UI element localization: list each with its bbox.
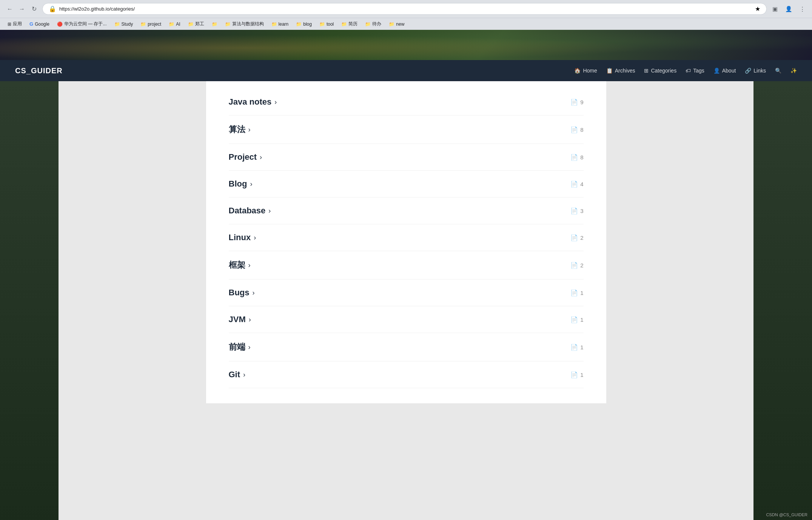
- bookmark-label: 华为云空间 — 存于...: [64, 21, 107, 27]
- category-label: Database: [229, 206, 266, 216]
- table-row[interactable]: 框架›📄2: [229, 251, 584, 279]
- table-row[interactable]: Git›📄1: [229, 361, 584, 388]
- bookmark-item-1[interactable]: GGoogle: [26, 20, 52, 28]
- category-label: 算法: [229, 124, 245, 135]
- table-row[interactable]: Linux›📄2: [229, 224, 584, 251]
- nav-item-7[interactable]: ✨: [790, 68, 797, 74]
- site-nav: CS_GUIDER 🏠Home📋Archives⊞Categories🏷Tags…: [0, 60, 812, 81]
- nav-item-Archives[interactable]: 📋Archives: [606, 68, 635, 74]
- url-text: https://wl2o2o.github.io/categories/: [59, 6, 752, 12]
- nav-buttons: ← → ↻: [5, 4, 39, 14]
- chevron-right-icon: ›: [243, 371, 245, 379]
- table-row[interactable]: Database›📄3: [229, 198, 584, 224]
- nav-item-Categories[interactable]: ⊞Categories: [644, 68, 676, 74]
- category-label: Blog: [229, 179, 247, 189]
- bookmark-item-5[interactable]: 📁AI: [166, 20, 183, 28]
- bookmarks-bar: ⊞应用GGoogle🔴华为云空间 — 存于...📁Study📁project📁A…: [0, 18, 812, 30]
- nav-label-4: About: [722, 68, 736, 74]
- bookmark-item-11[interactable]: 📁tool: [316, 20, 337, 28]
- category-name-5: Linux›: [229, 233, 256, 242]
- bookmark-icon: 📁: [225, 22, 231, 27]
- bookmark-label: 待办: [372, 21, 381, 27]
- category-name-6: 框架›: [229, 259, 251, 271]
- category-count-3: 📄4: [570, 181, 583, 188]
- bookmark-icon: 📁: [319, 22, 325, 27]
- bookmark-item-6[interactable]: 📁郑工: [185, 20, 207, 28]
- address-bar[interactable]: 🔒 https://wl2o2o.github.io/categories/ ★: [42, 3, 767, 15]
- document-icon: 📄: [570, 262, 578, 269]
- chevron-right-icon: ›: [268, 207, 271, 215]
- back-button[interactable]: ←: [5, 4, 15, 14]
- category-count-2: 📄8: [570, 154, 583, 161]
- bookmark-icon: 🔴: [57, 22, 63, 27]
- document-icon: 📄: [570, 289, 578, 296]
- category-name-0: Java notes›: [229, 97, 277, 107]
- browser-toolbar: ← → ↻ 🔒 https://wl2o2o.github.io/categor…: [0, 0, 812, 18]
- star-icon[interactable]: ★: [755, 5, 760, 12]
- bookmark-item-0[interactable]: ⊞应用: [5, 20, 25, 28]
- table-row[interactable]: Blog›📄4: [229, 171, 584, 198]
- nav-item-Tags[interactable]: 🏷Tags: [686, 68, 704, 74]
- bookmark-label: project: [148, 22, 161, 27]
- bookmark-item-2[interactable]: 🔴华为云空间 — 存于...: [54, 20, 110, 28]
- extensions-button[interactable]: ▣: [770, 4, 780, 14]
- profile-button[interactable]: 👤: [783, 4, 794, 14]
- nav-icon-5: 🔗: [745, 68, 751, 74]
- nav-item-6[interactable]: 🔍: [775, 68, 781, 74]
- lock-icon: 🔒: [49, 5, 56, 12]
- site-logo: CS_GUIDER: [15, 66, 63, 75]
- table-row[interactable]: 前端›📄1: [229, 333, 584, 361]
- category-count-0: 📄9: [570, 99, 583, 106]
- count-text: 2: [580, 262, 583, 268]
- chevron-right-icon: ›: [248, 261, 251, 269]
- bookmark-icon: 📁: [212, 22, 217, 27]
- bookmark-item-14[interactable]: 📁new: [386, 20, 407, 28]
- bookmark-item-12[interactable]: 📁简历: [338, 20, 361, 28]
- bookmark-item-8[interactable]: 📁算法与数据结构: [222, 20, 267, 28]
- table-row[interactable]: Java notes›📄9: [229, 89, 584, 116]
- bookmark-item-13[interactable]: 📁待办: [362, 20, 384, 28]
- table-row[interactable]: Project›📄8: [229, 144, 584, 171]
- category-name-8: JVM›: [229, 315, 251, 324]
- category-count-10: 📄1: [570, 371, 583, 378]
- bookmark-icon: 📁: [114, 22, 120, 27]
- document-icon: 📄: [570, 154, 578, 161]
- category-name-1: 算法›: [229, 124, 251, 135]
- document-icon: 📄: [570, 344, 578, 351]
- bookmark-item-9[interactable]: 📁learn: [268, 20, 292, 28]
- category-name-9: 前端›: [229, 341, 251, 353]
- nav-item-Links[interactable]: 🔗Links: [745, 68, 766, 74]
- bookmark-item-3[interactable]: 📁Study: [111, 20, 136, 28]
- count-text: 9: [580, 99, 583, 105]
- nav-icon-4: 👤: [713, 68, 720, 74]
- category-name-10: Git›: [229, 370, 246, 380]
- browser-chrome: ← → ↻ 🔒 https://wl2o2o.github.io/categor…: [0, 0, 812, 30]
- bookmark-icon: 📁: [365, 22, 371, 27]
- table-row[interactable]: 算法›📄8: [229, 116, 584, 144]
- chevron-right-icon: ›: [250, 180, 252, 188]
- table-row[interactable]: JVM›📄1: [229, 306, 584, 333]
- table-row[interactable]: Bugs›📄1: [229, 279, 584, 306]
- bookmark-item-10[interactable]: 📁blog: [293, 20, 315, 28]
- chevron-right-icon: ›: [254, 234, 256, 242]
- menu-button[interactable]: ⋮: [797, 4, 807, 14]
- count-text: 3: [580, 208, 583, 214]
- nav-item-Home[interactable]: 🏠Home: [574, 68, 597, 74]
- chevron-right-icon: ›: [249, 316, 251, 324]
- bookmark-icon: ⊞: [8, 22, 11, 27]
- nav-icon-6: 🔍: [775, 68, 781, 74]
- chevron-right-icon: ›: [248, 343, 251, 351]
- forward-button[interactable]: →: [17, 4, 27, 14]
- document-icon: 📄: [570, 371, 578, 378]
- bookmark-item-4[interactable]: 📁project: [137, 20, 164, 28]
- reload-button[interactable]: ↻: [29, 4, 39, 14]
- browser-actions: ▣ 👤 ⋮: [770, 4, 807, 14]
- category-count-5: 📄2: [570, 234, 583, 241]
- category-count-6: 📄2: [570, 262, 583, 269]
- bookmark-label: 应用: [13, 21, 22, 27]
- nav-item-About[interactable]: 👤About: [713, 68, 736, 74]
- bookmark-label: Google: [35, 22, 49, 27]
- chevron-right-icon: ›: [253, 289, 255, 297]
- category-label: Project: [229, 152, 257, 162]
- bookmark-item-7[interactable]: 📁: [209, 20, 220, 28]
